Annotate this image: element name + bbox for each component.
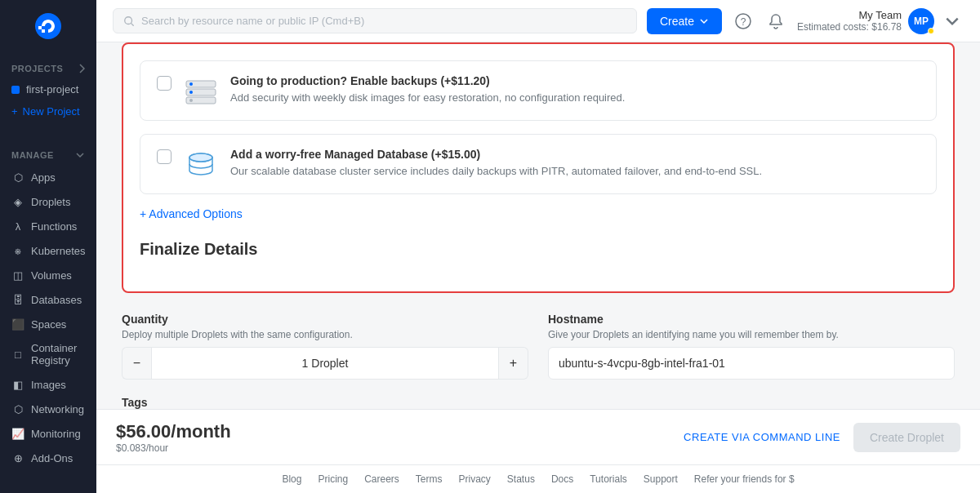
- sidebar-item-spaces[interactable]: ⬛ Spaces: [0, 312, 96, 336]
- main-content: Going to production? Enable backups (+$1…: [96, 42, 980, 409]
- footer-link-refer[interactable]: Refer your friends for $: [694, 473, 795, 485]
- droplets-icon: ◈: [11, 195, 24, 208]
- svg-point-7: [189, 82, 193, 86]
- sidebar-item-databases[interactable]: 🗄 Databases: [0, 287, 96, 312]
- quantity-minus-button[interactable]: −: [122, 347, 151, 380]
- projects-section: PROJECTS first-project + New Project: [0, 52, 96, 129]
- sidebar: PROJECTS first-project + New Project MAN…: [0, 0, 96, 493]
- container-icon: □: [11, 348, 24, 361]
- projects-header: PROJECTS: [0, 59, 96, 78]
- team-info: My Team Estimated costs: $16.78 MP: [797, 8, 964, 34]
- topbar: Search by resource name or public IP (Cm…: [96, 0, 980, 42]
- sidebar-item-kubernetes[interactable]: ⎈ Kubernetes: [0, 238, 96, 263]
- spaces-icon: ⬛: [11, 318, 24, 331]
- backup-description: Add security with weekly disk images for…: [230, 91, 920, 105]
- add-ons-section: Going to production? Enable backups (+$1…: [122, 42, 955, 293]
- volumes-icon: ◫: [11, 269, 24, 282]
- footer-link-status[interactable]: Status: [507, 473, 535, 485]
- backup-option-card: Going to production? Enable backups (+$1…: [140, 60, 937, 121]
- kubernetes-icon: ⎈: [11, 244, 24, 257]
- estimated-cost: Estimated costs: $16.78: [797, 21, 902, 33]
- footer-bar: $56.00/month $0.083/hour CREATE VIA COMM…: [96, 409, 980, 464]
- tags-label: Tags: [122, 396, 955, 409]
- footer-link-tutorials[interactable]: Tutorials: [590, 473, 627, 485]
- databases-icon: 🗄: [11, 293, 24, 306]
- sidebar-item-droplets[interactable]: ◈ Droplets: [0, 189, 96, 214]
- footer-link-terms[interactable]: Terms: [416, 473, 443, 485]
- notifications-button[interactable]: [764, 10, 787, 33]
- manage-header: MANAGE: [0, 145, 96, 165]
- managed-db-checkbox[interactable]: [157, 149, 172, 164]
- sidebar-project-first[interactable]: first-project: [0, 78, 96, 100]
- sidebar-item-apps[interactable]: ⬡ Apps: [0, 165, 96, 189]
- svg-point-9: [189, 99, 193, 102]
- add-project-button[interactable]: + New Project: [0, 100, 96, 122]
- footer-link-privacy[interactable]: Privacy: [459, 473, 491, 485]
- svg-point-11: [189, 153, 212, 162]
- apps-icon: ⬡: [11, 171, 24, 184]
- help-button[interactable]: ?: [732, 10, 755, 33]
- notifications-icon: [768, 13, 784, 29]
- addons-icon: ⊕: [11, 451, 24, 464]
- quantity-label: Quantity: [122, 313, 528, 326]
- finalize-title: Finalize Details: [140, 240, 937, 259]
- footer-link-blog[interactable]: Blog: [282, 473, 301, 485]
- footer-link-docs[interactable]: Docs: [551, 473, 573, 485]
- create-button[interactable]: Create: [647, 8, 722, 34]
- search-placeholder: Search by resource name or public IP (Cm…: [141, 15, 364, 27]
- hostname-description: Give your Droplets an identifying name y…: [548, 329, 955, 340]
- quantity-hostname-row: Quantity Deploy multiple Droplets with t…: [122, 313, 955, 380]
- sidebar-item-networking[interactable]: ⬡ Networking: [0, 397, 96, 421]
- hostname-label: Hostname: [548, 313, 955, 326]
- backup-checkbox[interactable]: [157, 76, 172, 91]
- help-icon: ?: [735, 13, 751, 29]
- project-dot: [11, 86, 20, 94]
- quantity-description: Deploy multiple Droplets with the same c…: [122, 329, 528, 340]
- networking-icon: ⬡: [11, 402, 24, 415]
- quantity-plus-button[interactable]: +: [499, 347, 528, 380]
- footer-link-pricing[interactable]: Pricing: [318, 473, 348, 485]
- advanced-options-button[interactable]: + Advanced Options: [140, 207, 243, 220]
- sidebar-item-functions[interactable]: λ Functions: [0, 214, 96, 238]
- page-footer: Blog Pricing Careers Terms Privacy Statu…: [96, 464, 980, 493]
- create-droplet-button[interactable]: Create Droplet: [853, 423, 960, 452]
- account-menu-button[interactable]: [941, 10, 964, 33]
- hostname-input[interactable]: [548, 347, 955, 380]
- svg-text:?: ?: [741, 16, 746, 28]
- avatar-indicator: [928, 28, 934, 34]
- managed-db-icon: [185, 148, 217, 180]
- quantity-group: Quantity Deploy multiple Droplets with t…: [122, 313, 528, 380]
- quantity-input-wrapper: − 1 Droplet +: [122, 347, 528, 380]
- sidebar-item-addons[interactable]: ⊕ Add-Ons: [0, 446, 96, 470]
- create-via-command-line-button[interactable]: CREATE VIA COMMAND LINE: [684, 431, 840, 443]
- sidebar-bottom: Billing Support Settings API Cloudways S…: [0, 486, 96, 493]
- functions-icon: λ: [11, 220, 24, 233]
- search-bar[interactable]: Search by resource name or public IP (Cm…: [113, 8, 637, 33]
- footer-pricing: $56.00/month $0.083/hour: [116, 421, 231, 454]
- search-icon: [123, 16, 135, 27]
- chevron-down-icon: [699, 16, 709, 26]
- sidebar-item-images[interactable]: ◧ Images: [0, 372, 96, 397]
- sidebar-item-container-registry[interactable]: □ Container Registry: [0, 336, 96, 372]
- backup-icon: [185, 74, 217, 107]
- footer-actions: CREATE VIA COMMAND LINE Create Droplet: [684, 423, 960, 452]
- quantity-display: 1 Droplet: [151, 347, 499, 380]
- images-icon: ◧: [11, 378, 24, 391]
- managed-db-description: Our scalable database cluster service in…: [230, 164, 920, 179]
- price-hourly: $0.083/hour: [116, 442, 231, 454]
- logo[interactable]: [0, 0, 96, 52]
- footer-link-support[interactable]: Support: [644, 473, 678, 485]
- team-name: My Team: [797, 9, 902, 21]
- topbar-actions: Create ? My Team: [647, 8, 964, 34]
- managed-db-option-card: Add a worry-free Managed Database (+$15.…: [140, 134, 937, 194]
- chevron-down-icon: [944, 13, 960, 29]
- sidebar-item-volumes[interactable]: ◫ Volumes: [0, 263, 96, 287]
- managed-db-title: Add a worry-free Managed Database (+$15.…: [230, 148, 920, 161]
- svg-point-8: [189, 91, 193, 94]
- sidebar-item-monitoring[interactable]: 📈 Monitoring: [0, 421, 96, 446]
- footer-link-careers[interactable]: Careers: [364, 473, 399, 485]
- hostname-group: Hostname Give your Droplets an identifyi…: [548, 313, 955, 380]
- manage-section: MANAGE ⬡ Apps ◈ Droplets λ Functions ⎈ K…: [0, 139, 96, 477]
- avatar-wrapper[interactable]: MP: [908, 8, 934, 34]
- price-monthly: $56.00/month: [116, 421, 231, 442]
